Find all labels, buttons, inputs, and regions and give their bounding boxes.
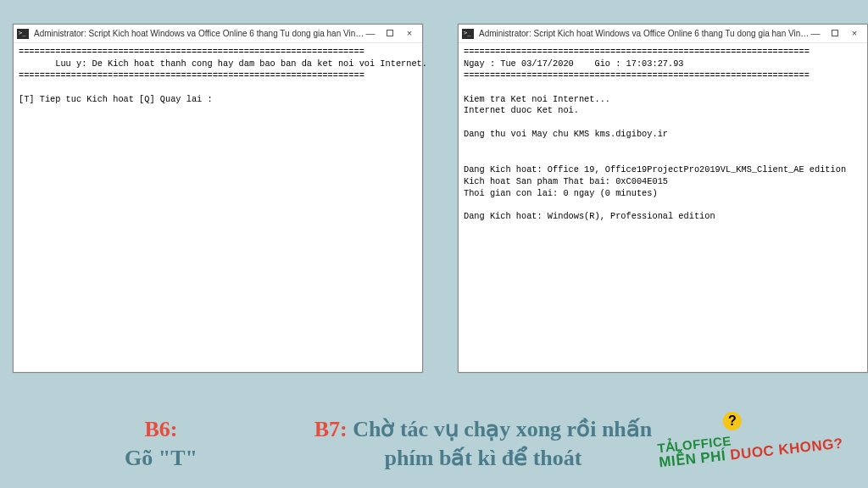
cmd-icon [17,29,29,39]
window-controls-right: — × [811,30,864,38]
b6-text: Gõ "T" [125,446,198,470]
window-title-left: Administrator: Script Kich hoat Windows … [34,29,366,38]
b6-label: B6: [145,417,178,441]
close-button[interactable]: × [850,30,859,38]
b7-label: B7: [314,417,353,441]
window-controls-left: — × [366,30,419,38]
console-output-right: ========================================… [459,43,867,226]
b7-text: Chờ tác vụ chạy xong rồi nhấn phím bất k… [353,417,652,470]
maximize-button[interactable] [387,30,393,36]
console-window-left: Administrator: Script Kich hoat Windows … [13,24,423,373]
cmd-icon [462,29,474,39]
titlebar-right: Administrator: Script Kich hoat Windows … [459,25,867,43]
console-window-right: Administrator: Script Kich hoat Windows … [458,24,868,373]
question-mark-icon: ? [722,412,741,430]
titlebar-left: Administrator: Script Kich hoat Windows … [14,25,422,43]
console-output-left: ========================================… [14,43,422,108]
minimize-button[interactable]: — [811,30,820,38]
maximize-button[interactable] [832,30,838,36]
window-title-right: Administrator: Script Kich hoat Windows … [479,29,811,38]
close-button[interactable]: × [405,30,414,38]
minimize-button[interactable]: — [366,30,375,38]
caption-b7: B7: Chờ tác vụ chạy xong rồi nhấn phím b… [305,415,661,473]
caption-b6: B6: Gõ "T" [34,415,288,473]
